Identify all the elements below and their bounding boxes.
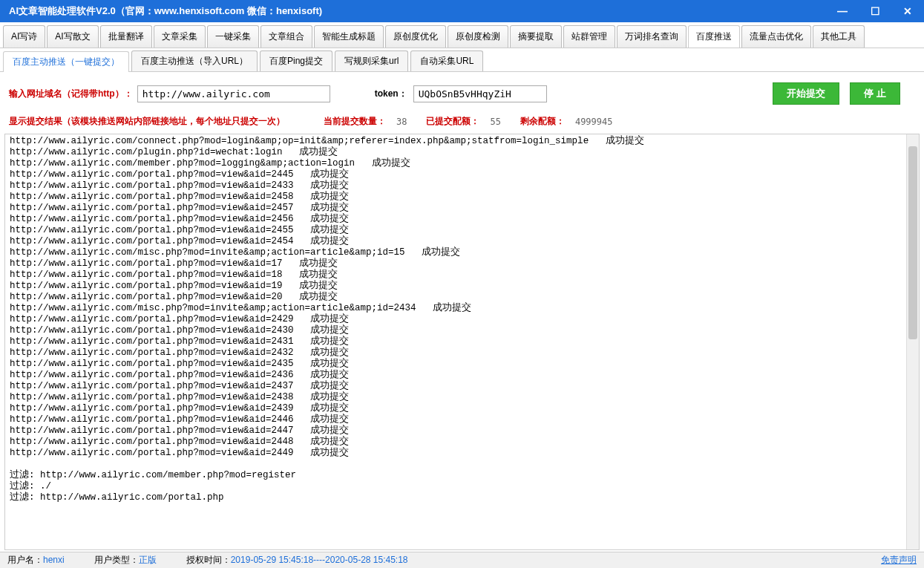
status-bar: 用户名：henxi 用户类型：正版 授权时间：2019-05-29 15:45:… [0,552,924,568]
sub-tab-1[interactable]: 百度主动推送（导入URL） [131,50,258,71]
stop-button[interactable]: 停 止 [850,82,900,105]
main-tab-11[interactable]: 万词排名查询 [617,25,687,48]
main-tab-4[interactable]: 一键采集 [207,25,259,48]
submitted-quota-label: 已提交配额： [426,115,479,128]
main-tab-9[interactable]: 摘要提取 [510,25,562,48]
log-panel: http://www.ailyric.com/connect.php?mod=l… [4,134,920,550]
type-label: 用户类型： [94,555,139,565]
main-tab-bar: AI写诗AI写散文批量翻译文章采集一键采集文章组合智能生成标题原创度优化原创度检… [0,22,924,48]
main-tab-7[interactable]: 原创度优化 [385,25,446,48]
window-controls: — ☐ ✕ [826,0,924,22]
result-label: 显示提交结果（该模块推送网站内部链接地址，每个地址只提交一次） [9,115,285,128]
user-value: henxi [43,555,65,565]
disclaimer-link[interactable]: 免责声明 [881,554,917,567]
main-tab-5[interactable]: 文章组合 [261,25,312,48]
scrollbar[interactable] [906,134,919,549]
remain-quota-value: 4999945 [575,117,613,127]
url-label: 输入网址域名（记得带http）： [9,88,133,100]
app-title: AI文章智能处理软件V2.0（官网：www.henxisoft.com 微信：h… [9,4,322,18]
submitted-quota-value: 55 [490,117,500,127]
scrollbar-thumb[interactable] [908,146,917,339]
current-count-label: 当前提交数量： [324,115,386,128]
auth-value: 2019-05-29 15:45:18----2020-05-28 15:45:… [231,555,408,565]
sub-tab-2[interactable]: 百度Ping提交 [260,50,332,71]
maximize-icon[interactable]: ☐ [859,0,891,22]
token-input[interactable] [413,85,547,102]
main-tab-3[interactable]: 文章采集 [154,25,206,48]
stats-row: 显示提交结果（该模块推送网站内部链接地址，每个地址只提交一次） 当前提交数量： … [0,111,924,132]
sub-tab-4[interactable]: 自动采集URL [410,50,483,71]
sub-tab-bar: 百度主动推送（一键提交）百度主动推送（导入URL）百度Ping提交写规则采集ur… [0,48,924,72]
main-tab-12[interactable]: 百度推送 [688,25,740,48]
auth-label: 授权时间： [186,555,231,565]
main-tab-2[interactable]: 批量翻译 [100,25,152,48]
main-tab-1[interactable]: AI写散文 [47,25,98,48]
start-button[interactable]: 开始提交 [773,82,839,105]
current-count-value: 38 [396,117,407,127]
url-input[interactable] [137,85,330,102]
main-tab-13[interactable]: 流量点击优化 [741,25,811,48]
sub-tab-0[interactable]: 百度主动推送（一键提交） [3,51,129,72]
sub-tab-3[interactable]: 写规则采集url [335,50,408,71]
remain-quota-label: 剩余配额： [520,115,565,128]
type-value: 正版 [139,555,157,565]
title-bar: AI文章智能处理软件V2.0（官网：www.henxisoft.com 微信：h… [0,0,924,22]
main-tab-10[interactable]: 站群管理 [563,25,615,48]
main-tab-6[interactable]: 智能生成标题 [314,25,384,48]
main-tab-8[interactable]: 原创度检测 [448,25,508,48]
minimize-icon[interactable]: — [826,0,859,22]
close-icon[interactable]: ✕ [891,0,924,22]
main-tab-0[interactable]: AI写诗 [3,25,45,48]
log-textarea[interactable]: http://www.ailyric.com/connect.php?mod=l… [5,134,906,549]
input-row: 输入网址域名（记得带http）： token： 开始提交 停 止 [0,72,924,111]
user-label: 用户名： [7,555,43,565]
main-tab-14[interactable]: 其他工具 [813,25,865,48]
token-label: token： [375,88,407,100]
